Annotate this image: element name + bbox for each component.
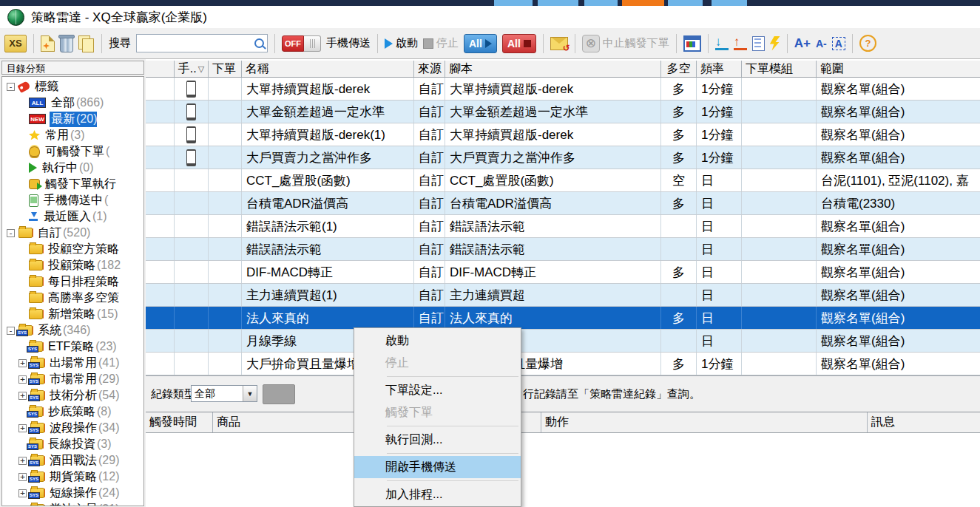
table-row[interactable]: DIF-MACD轉正自訂DIF-MACD轉正多日觀察名單(組合) xyxy=(146,261,980,284)
record-column-header-觸發時間[interactable]: 觸發時間 xyxy=(146,412,213,432)
table-row[interactable]: 主力連續買超(1)自訂主力連續買超日觀察名單(組合) xyxy=(146,284,980,307)
sidebar-item-全部[interactable]: ALL全部(866) xyxy=(2,95,143,111)
delete-button[interactable] xyxy=(60,35,73,52)
expand-icon[interactable]: + xyxy=(18,359,27,367)
sidebar-item-可觸發下單[interactable]: 可觸發下單( xyxy=(2,143,143,160)
new-strategy-button[interactable] xyxy=(41,35,55,52)
help-button[interactable]: ? xyxy=(859,35,876,52)
column-header-多空[interactable]: 多空 xyxy=(661,61,697,77)
sidebar-item-自訂[interactable]: -自訂(520) xyxy=(2,225,143,241)
sidebar-item-ETF策略[interactable]: ETF策略(23) xyxy=(2,338,143,355)
record-column-header-訊息[interactable]: 訊息 xyxy=(868,412,980,432)
column-header-來源[interactable]: 來源 xyxy=(414,61,445,77)
sidebar-item-新增策略[interactable]: 新增策略(15) xyxy=(2,306,143,322)
send-mail-button[interactable] xyxy=(550,37,568,50)
sidebar-item-期貨策略[interactable]: +期貨策略(12) xyxy=(2,469,143,485)
sidebar-item-標籤[interactable]: -標籤 xyxy=(2,78,143,95)
search-input[interactable] xyxy=(140,35,254,51)
column-header-下單[interactable]: 下單 xyxy=(209,61,242,77)
tree-item-label: ETF策略 xyxy=(47,340,95,353)
phone-send-toggle[interactable]: OFF xyxy=(282,35,321,52)
report-button[interactable] xyxy=(752,36,765,51)
sidebar-item-系統[interactable]: -系統(346) xyxy=(2,322,143,338)
sidebar-item-短線操作[interactable]: +短線操作(24) xyxy=(2,485,143,501)
sidebar-item-市場常用[interactable]: +市場常用(29) xyxy=(2,371,143,387)
expand-icon[interactable]: + xyxy=(18,506,27,507)
expand-icon[interactable]: + xyxy=(18,489,27,497)
tree-item-count: (8) xyxy=(97,405,112,418)
collapse-icon[interactable]: - xyxy=(7,229,15,237)
import-button[interactable]: ↓ xyxy=(715,37,729,50)
record-type-dropdown[interactable]: 全部 ▼ xyxy=(191,385,257,402)
sidebar-item-當沖交易[interactable]: +當沖交易(31) xyxy=(2,501,143,506)
sidebar-item-常用[interactable]: 常用(3) xyxy=(2,127,143,143)
sidebar-item-投顧空方策略[interactable]: 投顧空方策略 xyxy=(2,241,143,257)
column-header-手..[interactable]: 手..▽ xyxy=(175,61,209,77)
expand-icon[interactable]: + xyxy=(18,375,27,384)
menu-item-啟動[interactable]: 啟動 xyxy=(354,330,521,352)
table-row[interactable]: 錯誤語法示範自訂錯誤語法示範日觀察名單(組合) xyxy=(146,238,980,261)
table-row[interactable]: 法人來真的自訂法人來真的多日觀察名單(組合) xyxy=(146,307,980,330)
table-row[interactable]: 大戶拚命買且量爆增自訂大戶拚命買且量爆增多1分鐘觀察名單(組合) xyxy=(146,353,980,375)
sidebar-item-技術分析[interactable]: +技術分析(54) xyxy=(2,387,143,404)
column-header-頻率[interactable]: 頻率 xyxy=(697,61,742,77)
expand-icon[interactable]: + xyxy=(18,457,27,465)
tree-label-wrap: 出場常用(41) xyxy=(48,355,119,371)
font-default-button[interactable]: A xyxy=(832,37,845,50)
sidebar-item-最近匯入[interactable]: 最近匯入(1) xyxy=(2,208,143,225)
expand-icon[interactable]: + xyxy=(18,424,27,432)
sys-folder-icon xyxy=(30,455,44,466)
column-header-下單模組[interactable]: 下單模組 xyxy=(742,61,817,77)
start-button[interactable]: 啟動 xyxy=(385,36,418,50)
collapse-icon[interactable]: - xyxy=(7,83,15,91)
menu-item-下單設定[interactable]: 下單設定... xyxy=(354,379,521,401)
table-row[interactable]: CCT_處置股(函數)自訂CCT_處置股(函數)空日台泥(1101), 亞泥(1… xyxy=(146,169,980,192)
table-row[interactable]: 大單持續買超版-derek自訂大單持續買超版-derek多1分鐘觀察名單(組合) xyxy=(146,78,980,101)
sidebar-item-高勝率多空策[interactable]: 高勝率多空策 xyxy=(2,290,143,306)
collapse-icon[interactable]: - xyxy=(7,327,15,335)
export-button[interactable]: ↑ xyxy=(734,37,747,50)
record-filter-button[interactable] xyxy=(263,384,295,404)
sidebar-item-執行中[interactable]: 執行中(0) xyxy=(2,160,143,176)
stop-button[interactable]: 停止 xyxy=(423,36,459,50)
sidebar-item-手機傳送中[interactable]: 手機傳送中( xyxy=(2,192,143,208)
expand-icon[interactable]: + xyxy=(18,392,27,400)
tree-label-wrap: 自訂(520) xyxy=(36,225,90,241)
table-row[interactable]: 大戶買賣力之當沖作多自訂大戶買賣力之當沖作多多1分鐘觀察名單(組合) xyxy=(146,146,980,169)
table-row[interactable]: 錯誤語法示範(1)自訂錯誤語法示範日觀察名單(組合) xyxy=(146,215,980,238)
sidebar-item-每日排程策略[interactable]: 每日排程策略 xyxy=(2,273,143,290)
menu-item-開啟手機傳送[interactable]: 開啟手機傳送 xyxy=(354,456,521,478)
sidebar-item-出場常用[interactable]: +出場常用(41) xyxy=(2,355,143,371)
sidebar-item-酒田戰法[interactable]: +酒田戰法(29) xyxy=(2,452,143,469)
record-column-header-動作[interactable]: 動作 xyxy=(541,412,868,432)
sidebar-item-長線投資[interactable]: 長線投資(3) xyxy=(2,436,143,452)
column-header-範圍[interactable]: 範圍 xyxy=(817,61,980,77)
sidebar-item-最新[interactable]: NEW最新(20) xyxy=(2,111,143,127)
column-header-indicator[interactable] xyxy=(146,61,175,77)
menu-item-加入排程[interactable]: 加入排程... xyxy=(354,483,521,506)
font-larger-button[interactable]: A+ xyxy=(794,36,811,51)
sidebar-item-觸發下單執行[interactable]: 觸發下單執行 xyxy=(2,176,143,192)
table-row[interactable]: 大單金額差超過一定水準自訂大單金額差超過一定水準多1分鐘觀察名單(組合) xyxy=(146,101,980,123)
table-row[interactable]: 月線季線自訂月線季線日觀察名單(組合) xyxy=(146,330,980,353)
table-row[interactable]: 台積電ADR溢價高自訂台積電ADR溢價高多日台積電(2330) xyxy=(146,192,980,215)
menu-item-執行回測[interactable]: 執行回測... xyxy=(354,429,521,451)
all-start-button[interactable]: All xyxy=(464,34,497,53)
quick-run-button[interactable] xyxy=(770,36,780,51)
abort-trigger-order-button[interactable]: ⊗ 中止觸發下單 xyxy=(582,35,669,52)
sidebar-item-波段操作[interactable]: +波段操作(34) xyxy=(2,420,143,436)
all-stop-button[interactable]: All xyxy=(502,34,536,53)
column-header-名稱[interactable]: 名稱 xyxy=(242,61,414,77)
schedule-button[interactable] xyxy=(683,35,701,52)
search-icon[interactable] xyxy=(254,38,264,48)
sidebar-item-投顧策略[interactable]: 投顧策略(182 xyxy=(2,257,143,273)
copy-button[interactable] xyxy=(78,35,95,52)
xs-button[interactable]: XS xyxy=(4,35,27,52)
column-header-腳本[interactable]: 腳本 xyxy=(445,61,661,77)
font-smaller-button[interactable]: A- xyxy=(816,38,827,50)
sidebar-item-抄底策略[interactable]: 抄底策略(8) xyxy=(2,404,143,420)
table-row[interactable]: 大單持續買超版-derek(1)自訂大單持續買超版-derek多1分鐘觀察名單(… xyxy=(146,123,980,146)
play-icon xyxy=(385,38,393,49)
expand-icon[interactable]: + xyxy=(18,473,27,481)
chevron-down-icon[interactable]: ▼ xyxy=(243,386,257,401)
